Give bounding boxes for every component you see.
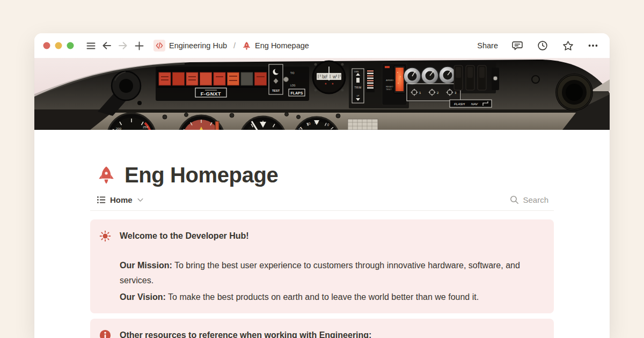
sidebar-menu-button[interactable]: [83, 38, 99, 54]
chevron-down-icon: [137, 198, 143, 202]
registration-placard: F-GNXT: [195, 88, 226, 97]
compass-30-label: 30: [323, 75, 327, 79]
back-button[interactable]: [99, 38, 115, 54]
nav-label: NAV: [471, 102, 478, 106]
clock-icon: [537, 40, 548, 52]
search-button[interactable]: Search: [510, 195, 548, 204]
info-icon: [99, 329, 111, 338]
welcome-title: Welcome to the Developer Hub!: [120, 229, 544, 244]
mission-label: Our Mission:: [120, 261, 172, 270]
forward-button[interactable]: [115, 38, 131, 54]
trim-dwn-label: DWN: [354, 71, 359, 73]
log-label: LOG: [290, 84, 296, 87]
breadcrumb-workspace-link[interactable]: Engineering Hub: [151, 39, 229, 53]
vision-label: Our Vision:: [120, 292, 166, 302]
breadcrumb: Engineering Hub / Eng Homepage: [151, 39, 311, 53]
minimize-window-icon[interactable]: [55, 42, 62, 49]
close-window-icon[interactable]: [43, 42, 50, 49]
star-icon: [562, 40, 574, 52]
flaps-label: FLAPS: [291, 91, 303, 95]
back-arrow-icon: [101, 40, 112, 51]
new-page-button[interactable]: [131, 38, 147, 54]
tab-home[interactable]: Home: [97, 195, 143, 204]
mission-paragraph: Our Mission: To bring the best user expe…: [120, 258, 544, 289]
breadcrumb-separator: /: [233, 41, 236, 50]
updates-button[interactable]: [536, 39, 550, 53]
air-vent: [555, 74, 593, 111]
vision-paragraph: Our Vision: To make the best products on…: [120, 290, 544, 305]
breadcrumb-page-link[interactable]: Eng Homepage: [240, 40, 311, 52]
comments-button[interactable]: [510, 39, 524, 53]
rocket-icon[interactable]: [97, 165, 116, 185]
compass: 30 W: [313, 61, 345, 93]
vision-text: To make the best products on earth and t…: [166, 292, 479, 302]
code-icon: [155, 41, 164, 50]
resources-title: Other resources to reference when workin…: [120, 328, 371, 338]
page-title-row: Eng Homepage: [90, 163, 554, 187]
breadcrumb-workspace-label: Engineering Hub: [169, 41, 227, 50]
comment-icon: [511, 40, 523, 52]
ellipsis-icon: [587, 40, 599, 52]
app-window: Engineering Hub / Eng Homepage Share: [34, 33, 610, 338]
sun-icon: [99, 230, 111, 242]
cockpit-illustration: 250 200 9: [34, 58, 610, 130]
gauge1-label-200: 200: [116, 127, 122, 130]
traffic-lights[interactable]: [43, 42, 74, 49]
compass-w-label: W: [333, 75, 336, 79]
view-bar: Home Search: [90, 195, 554, 211]
striped-indicator: [366, 69, 375, 92]
armed-switch: ARMED RESET TEST: [382, 63, 407, 105]
toolbar-actions: Share: [476, 39, 600, 53]
page-title[interactable]: Eng Homepage: [125, 163, 278, 187]
trim-up-label: UP: [357, 95, 360, 97]
rocket-icon: [242, 41, 251, 50]
callout-resources-body: Other resources to reference when workin…: [120, 328, 371, 338]
toolbar: Engineering Hub / Eng Homepage Share: [34, 33, 610, 58]
share-button[interactable]: Share: [476, 40, 499, 51]
callout-welcome-body: Welcome to the Developer Hub! Our Missio…: [120, 229, 544, 305]
cover-image[interactable]: 250 200 9: [34, 58, 610, 130]
breadcrumb-page-label: Eng Homepage: [255, 41, 309, 50]
flash-nav-placard: FLASH NAV: [450, 100, 492, 107]
mission-text: To bring the best user experience to cus…: [120, 261, 520, 285]
registration-label: F-GNXT: [201, 91, 221, 97]
search-icon: [510, 195, 519, 204]
panel-button: [532, 76, 539, 83]
workspace-icon-badge: [153, 40, 165, 52]
hamburger-icon: [86, 41, 96, 51]
list-view-icon: [97, 195, 106, 204]
trim-indicator: DWN TRIM UP: [352, 69, 364, 103]
tab-home-label: Home: [110, 195, 133, 204]
gauge4-label-33: 33: [314, 120, 319, 124]
callout-welcome[interactable]: Welcome to the Developer Hub! Our Missio…: [90, 219, 554, 313]
armed-label: ARMED: [386, 79, 394, 82]
more-options-button[interactable]: [586, 39, 600, 53]
gauge1-label-250: 250: [143, 126, 149, 129]
to-label: T/O: [290, 72, 295, 75]
trim-label: TRIM: [354, 86, 361, 89]
plus-icon: [134, 41, 144, 51]
flash-label: FLASH: [454, 102, 465, 106]
zoom-window-icon[interactable]: [67, 42, 74, 49]
forward-arrow-icon: [118, 40, 128, 51]
favorite-button[interactable]: [561, 39, 575, 53]
test-label: TEST: [272, 89, 280, 92]
reset-test-label: TEST: [386, 88, 392, 91]
page-content: Eng Homepage Home: [34, 163, 610, 338]
search-label: Search: [523, 195, 548, 204]
callout-resources[interactable]: Other resources to reference when workin…: [90, 319, 554, 338]
test-panel: TEST: [269, 64, 283, 94]
warning-lights: [157, 70, 268, 88]
